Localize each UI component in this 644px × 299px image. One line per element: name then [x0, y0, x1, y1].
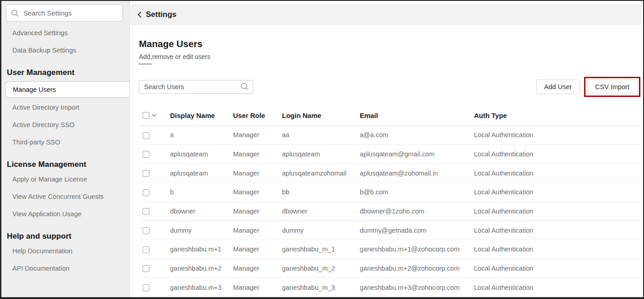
row-select-cell: [139, 221, 170, 240]
row-checkbox[interactable]: [143, 284, 149, 291]
cell-user-role: Manager: [233, 164, 282, 183]
cell-email: dbowner@1zoho.com: [360, 202, 474, 221]
subtitle-rule: [139, 64, 152, 64]
users-table: Display Name User Role Login Name Email …: [139, 107, 640, 297]
sidebar-item-view-active-concurrent-guests[interactable]: View Active Concurrent Guests: [1, 188, 129, 205]
cell-email: b@b.com: [360, 182, 474, 202]
row-checkbox[interactable]: [143, 246, 149, 253]
sidebar-item-view-application-usage[interactable]: View Application Usage: [1, 205, 129, 223]
column-header-email[interactable]: Email: [360, 107, 474, 126]
cell-email: dummy@getnada.com: [360, 221, 474, 240]
cell-auth-type: Local Authentication: [474, 125, 640, 144]
sidebar-nav: Advanced SettingsData Backup SettingsUse…: [1, 24, 129, 277]
sidebar-item-help-documentation[interactable]: Help Documentation: [1, 242, 129, 260]
cell-display-name: ganeshbabu.m+1: [170, 240, 233, 259]
column-header-display-name[interactable]: Display Name: [170, 107, 233, 126]
cell-auth-type: Local Authentication: [474, 259, 640, 278]
cell-email: aplusqateam@gmail.com: [360, 144, 474, 164]
cell-display-name: aplusqateam: [170, 164, 233, 183]
topbar-title: Settings: [146, 10, 176, 19]
select-all-checkbox[interactable]: [143, 112, 149, 119]
main-panel: Settings Manage Users Add,remove or edit…: [130, 1, 643, 297]
cell-auth-type: Local Authentication: [474, 221, 640, 240]
row-select-cell: [139, 278, 170, 297]
cell-display-name: a: [170, 125, 233, 144]
sidebar-item-third-party-sso[interactable]: Third-party SSO: [1, 133, 129, 151]
row-checkbox[interactable]: [143, 151, 149, 158]
cell-email: ganeshbabu.m+2@zohocorp.com: [360, 259, 474, 278]
table-row: aplusqateamManageraplusqateamaplusqateam…: [139, 144, 640, 164]
sidebar-item-advanced-settings[interactable]: Advanced Settings: [1, 24, 129, 42]
users-table-header-row: Display Name User Role Login Name Email …: [139, 107, 640, 126]
table-row: bManagerbbb@b.comLocal Authentication: [139, 182, 640, 202]
cell-email: ganeshbabu.m+1@zohocorp.com: [360, 240, 474, 259]
column-header-auth-type[interactable]: Auth Type: [474, 107, 640, 126]
cell-login-name: dbowner: [282, 202, 360, 221]
cell-auth-type: Local Authentication: [474, 144, 640, 164]
sidebar-item-active-directory-sso[interactable]: Active Directory SSO: [1, 116, 129, 133]
row-select-cell: [139, 202, 170, 221]
cell-auth-type: Local Authentication: [474, 164, 640, 183]
row-checkbox[interactable]: [143, 170, 149, 177]
cell-login-name: ganeshbabu_m_3: [282, 278, 360, 297]
table-row: ganeshbabu.m+3Managerganeshbabu_m_3ganes…: [139, 278, 640, 297]
sidebar-item-api-documentation[interactable]: API Documentation: [1, 260, 129, 277]
cell-login-name: aplusqateam: [282, 144, 360, 164]
row-checkbox[interactable]: [143, 208, 149, 215]
cell-auth-type: Local Authentication: [474, 202, 640, 221]
users-search-box[interactable]: [139, 80, 253, 94]
sidebar-group-header: User Management: [1, 59, 129, 79]
csv-import-highlight-annotation: CSV Import: [584, 77, 640, 97]
row-checkbox[interactable]: [143, 265, 149, 272]
cell-display-name: dbowner: [170, 202, 233, 221]
users-search-input[interactable]: [144, 83, 240, 91]
row-checkbox[interactable]: [143, 189, 149, 196]
csv-import-button[interactable]: CSV Import: [587, 80, 638, 94]
search-icon: [240, 82, 249, 91]
table-row: ganeshbabu.m+2Managerganeshbabu_m_2ganes…: [139, 259, 640, 278]
column-header-login-name[interactable]: Login Name: [282, 107, 360, 126]
cell-display-name: dummy: [170, 221, 233, 240]
row-select-cell: [139, 240, 170, 259]
cell-auth-type: Local Authentication: [474, 182, 640, 202]
row-checkbox[interactable]: [143, 227, 149, 234]
cell-display-name: ganeshbabu.m+2: [170, 259, 233, 278]
search-icon: [11, 9, 19, 17]
cell-display-name: b: [170, 182, 233, 202]
cell-email: ganeshbabu.m+3@zohocorp.com: [360, 278, 474, 297]
users-toolbar: Add User CSV Import: [139, 77, 640, 97]
manage-users-content: Manage Users Add,remove or edit users Ad…: [130, 25, 643, 297]
row-checkbox[interactable]: [143, 132, 149, 139]
sidebar-search-box[interactable]: [6, 5, 123, 21]
cell-auth-type: Local Authentication: [474, 240, 640, 259]
cell-user-role: Manager: [233, 144, 282, 164]
cell-login-name: ganeshbabu_m_1: [282, 240, 360, 259]
cell-login-name: ganeshbabu_m_2: [282, 259, 360, 278]
sidebar-group-header: Help and support: [1, 223, 129, 242]
cell-user-role: Manager: [233, 240, 282, 259]
row-select-cell: [139, 182, 170, 202]
sidebar-search-input[interactable]: [23, 9, 118, 17]
table-row: dummyManagerdummydummy@getnada.comLocal …: [139, 221, 640, 240]
select-all-header-cell: [139, 107, 170, 126]
sidebar-item-apply-or-manage-license[interactable]: Apply or Manage License: [1, 171, 129, 188]
cell-login-name: aplusqateamzohomail: [282, 164, 360, 183]
sidebar-item-manage-users[interactable]: Manage Users: [5, 81, 129, 98]
table-row: aManageraaa@a.comLocal Authentication: [139, 125, 640, 144]
sidebar-item-active-directory-import[interactable]: Active Directory Import: [1, 99, 129, 116]
cell-user-role: Manager: [233, 182, 282, 202]
cell-user-role: Manager: [233, 278, 282, 297]
chevron-down-icon[interactable]: [152, 114, 157, 117]
sidebar-item-data-backup-settings[interactable]: Data Backup Settings: [1, 42, 129, 59]
settings-topbar: Settings: [130, 5, 641, 25]
settings-sidebar: Advanced SettingsData Backup SettingsUse…: [1, 1, 130, 297]
table-row: dbownerManagerdbownerdbowner@1zoho.comLo…: [139, 202, 640, 221]
add-user-button[interactable]: Add User: [536, 80, 580, 94]
sidebar-group-header: License Management: [1, 151, 129, 171]
cell-email: aplusqateam@zohomail.in: [360, 164, 474, 183]
cell-user-role: Manager: [233, 259, 282, 278]
cell-login-name: aa: [282, 125, 360, 144]
cell-user-role: Manager: [233, 221, 282, 240]
column-header-user-role[interactable]: User Role: [233, 107, 282, 126]
back-chevron-icon[interactable]: [137, 11, 142, 18]
